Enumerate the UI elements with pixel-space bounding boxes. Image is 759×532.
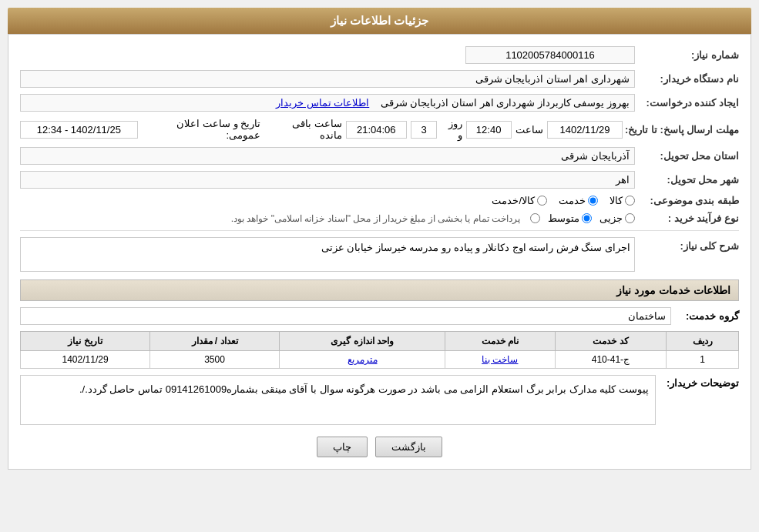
back-button[interactable]: بازگشت: [375, 437, 442, 457]
deadline-date: 1402/11/29: [547, 121, 623, 139]
announce-label: تاریخ و ساعت اعلان عمومی:: [142, 118, 260, 141]
col-unit: واحد اندازه گیری: [279, 332, 445, 351]
services-section-header: اطلاعات خدمات مورد نیاز: [20, 279, 739, 301]
city-value: اهر: [20, 171, 635, 189]
notes-label: توضیحات خریدار:: [662, 375, 739, 389]
deadline-label: مهلت ارسال پاسخ: تا تاریخ:: [626, 124, 739, 136]
category-radio-group: کالا خدمت کالا/خدمت: [492, 195, 635, 206]
cell-qty: 3500: [150, 351, 280, 369]
purchase-jozvi[interactable]: جزیی: [599, 212, 635, 224]
purchase-other[interactable]: [528, 213, 540, 223]
col-date: تاریخ نیاز: [21, 332, 150, 351]
deadline-time-label: ساعت: [516, 124, 543, 136]
cell-name[interactable]: ساخت بنا: [445, 351, 555, 369]
services-title: اطلاعات خدمات مورد نیاز: [616, 284, 730, 296]
table-row: 1 ج-41-410 ساخت بنا مترمربع 3500 1402/11…: [21, 351, 739, 369]
purchase-type-group: جزیی متوسط پرداخت تمام یا بخشی از مبلغ خ…: [231, 212, 635, 224]
cell-row: 1: [667, 351, 739, 369]
remaining-time: 21:04:06: [346, 121, 407, 139]
col-qty: تعداد / مقدار: [150, 332, 280, 351]
days-label: روز و: [441, 118, 462, 141]
col-code: کد خدمت: [555, 332, 667, 351]
deadline-time: 12:40: [466, 121, 512, 139]
province-label: استان محل تحویل:: [639, 150, 739, 162]
notes-box: پیوست کلیه مدارک برابر برگ استعلام الزام…: [20, 375, 656, 425]
creator-value: بهروز یوسفی کاربرداز شهرداری اهر استان ا…: [20, 94, 635, 112]
buyer-org-value: شهرداری اهر استان اذربایجان شرقی: [20, 70, 635, 88]
buyer-org-label: نام دستگاه خریدار:: [639, 73, 739, 85]
purchase-desc: پرداخت تمام یا بخشی از مبلغ خریدار از مح…: [231, 213, 520, 224]
services-table: ردیف کد خدمت نام خدمت واحد اندازه گیری ت…: [20, 331, 739, 369]
creator-text: بهروز یوسفی کاربرداز شهرداری اهر استان ا…: [381, 97, 630, 109]
col-name: نام خدمت: [445, 332, 555, 351]
category-khedmat[interactable]: خدمت: [559, 195, 598, 206]
creator-label: ایجاد کننده درخواست:: [639, 97, 739, 109]
need-number-label: شماره نیاز:: [639, 49, 739, 61]
category-label: طبقه بندی موضوعی:: [639, 195, 739, 206]
print-button[interactable]: چاپ: [317, 437, 368, 457]
description-label: شرح کلی نیاز:: [639, 237, 739, 252]
announce-value: 1402/11/25 - 12:34: [20, 121, 138, 139]
days-value: 3: [411, 121, 438, 139]
remaining-label: ساعت باقی مانده: [268, 118, 342, 141]
cell-unit[interactable]: مترمربع: [279, 351, 445, 369]
notes-text: پیوست کلیه مدارک برابر برگ استعلام الزام…: [79, 383, 649, 395]
need-number-value: 1102005784000116: [465, 46, 635, 64]
category-kala-khedmat[interactable]: کالا/خدمت: [492, 195, 547, 206]
service-group-value: ساختمان: [20, 307, 671, 325]
buttons-row: بازگشت چاپ: [20, 437, 739, 457]
col-row: ردیف: [667, 332, 739, 351]
purchase-motavaset[interactable]: متوسط: [548, 212, 592, 224]
service-group-label: گروه خدمت:: [677, 310, 739, 322]
cell-date: 1402/11/29: [21, 351, 150, 369]
contact-link[interactable]: اطلاعات تماس خریدار: [276, 97, 369, 109]
city-label: شهر محل تحویل:: [639, 174, 739, 186]
province-value: آذربایجان شرقی: [20, 147, 635, 165]
category-kala[interactable]: کالا: [610, 195, 635, 206]
page-title: جزئیات اطلاعات نیاز: [331, 14, 428, 27]
cell-code: ج-41-410: [555, 351, 667, 369]
description-textarea[interactable]: [20, 237, 635, 272]
page-header: جزئیات اطلاعات نیاز: [8, 8, 751, 34]
purchase-type-label: نوع فرآیند خرید :: [639, 212, 739, 224]
